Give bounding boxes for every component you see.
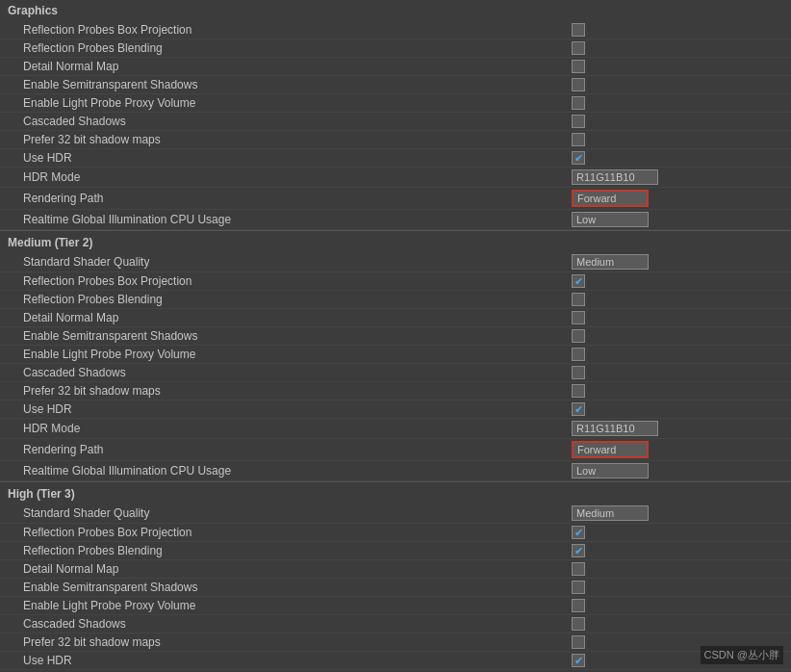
row-high-tier-6: Cascaded Shadows (0, 615, 791, 633)
checkbox-unchecked[interactable] (572, 133, 585, 146)
rendering-path-dropdown[interactable]: Forward (572, 190, 649, 207)
checkbox-unchecked[interactable] (572, 23, 585, 37)
checkbox-unchecked[interactable] (572, 599, 585, 612)
checkbox-unchecked[interactable] (572, 366, 585, 379)
checkbox-checked[interactable]: ✔ (572, 544, 585, 557)
checkbox-unchecked[interactable] (572, 78, 585, 91)
value-graphics-top-6[interactable] (568, 133, 791, 146)
rendering-path-dropdown[interactable]: Forward (572, 441, 649, 458)
checkbox-checked[interactable]: ✔ (572, 526, 585, 539)
row-graphics-top-3: Enable Semitransparent Shadows (0, 76, 791, 94)
checkbox-unchecked[interactable] (572, 115, 585, 128)
checkbox-unchecked[interactable] (572, 384, 585, 398)
label-high-tier-0: Standard Shader Quality (0, 506, 568, 520)
value-medium-tier-10[interactable]: Forward (568, 441, 791, 458)
value-graphics-top-1[interactable] (568, 41, 791, 55)
row-high-tier-5: Enable Light Probe Proxy Volume (0, 597, 791, 615)
value-graphics-top-5[interactable] (568, 115, 791, 128)
checkbox-unchecked[interactable] (572, 329, 585, 343)
value-medium-tier-9[interactable]: R11G11B10 (568, 421, 791, 436)
checkbox-unchecked[interactable] (572, 293, 585, 306)
watermark-label: CSDN @丛小胖 (701, 646, 783, 664)
checkbox-unchecked[interactable] (572, 581, 585, 594)
label-medium-tier-2: Reflection Probes Blending (0, 293, 568, 306)
value-medium-tier-8[interactable]: ✔ (568, 402, 791, 416)
label-graphics-top-2: Detail Normal Map (0, 60, 568, 73)
row-graphics-top-10: Realtime Global Illumination CPU UsageLo… (0, 210, 791, 230)
row-graphics-top-5: Cascaded Shadows (0, 113, 791, 131)
label-medium-tier-7: Prefer 32 bit shadow maps (0, 384, 568, 398)
checkbox-unchecked[interactable] (572, 60, 585, 73)
value-high-tier-0[interactable]: Medium (568, 505, 791, 521)
row-high-tier-1: Reflection Probes Box Projection✔ (0, 524, 791, 542)
label-graphics-top-10: Realtime Global Illumination CPU Usage (0, 213, 568, 226)
row-graphics-top-8: HDR ModeR11G11B10 (0, 168, 791, 188)
value-medium-tier-2[interactable] (568, 293, 791, 306)
row-medium-tier-5: Enable Light Probe Proxy Volume (0, 346, 791, 364)
label-medium-tier-5: Enable Light Probe Proxy Volume (0, 348, 568, 361)
value-medium-tier-3[interactable] (568, 311, 791, 324)
value-high-tier-6[interactable] (568, 617, 791, 631)
label-medium-tier-10: Rendering Path (0, 443, 568, 456)
graphics-panel[interactable]: GraphicsReflection Probes Box Projection… (0, 0, 791, 672)
row-high-tier-2: Reflection Probes Blending✔ (0, 542, 791, 560)
value-graphics-top-9[interactable]: Forward (568, 190, 791, 207)
checkbox-checked[interactable]: ✔ (572, 151, 585, 165)
label-high-tier-8: Use HDR (0, 654, 568, 667)
label-high-tier-4: Enable Semitransparent Shadows (0, 581, 568, 594)
row-graphics-top-6: Prefer 32 bit shadow maps (0, 131, 791, 149)
hdr-mode-value: R11G11B10 (572, 421, 658, 436)
value-medium-tier-4[interactable] (568, 329, 791, 343)
row-high-tier-0: Standard Shader QualityMedium (0, 504, 791, 524)
row-medium-tier-8: Use HDR✔ (0, 401, 791, 419)
label-high-tier-3: Detail Normal Map (0, 562, 568, 576)
value-medium-tier-11[interactable]: Low (568, 463, 791, 478)
checkbox-unchecked[interactable] (572, 562, 585, 576)
dropdown-value[interactable]: Medium (572, 254, 649, 270)
label-graphics-top-1: Reflection Probes Blending (0, 41, 568, 55)
value-medium-tier-5[interactable] (568, 348, 791, 361)
value-medium-tier-1[interactable]: ✔ (568, 274, 791, 288)
value-medium-tier-7[interactable] (568, 384, 791, 398)
value-graphics-top-10[interactable]: Low (568, 212, 791, 227)
row-medium-tier-3: Detail Normal Map (0, 309, 791, 327)
checkbox-unchecked[interactable] (572, 311, 585, 324)
value-medium-tier-6[interactable] (568, 366, 791, 379)
label-high-tier-6: Cascaded Shadows (0, 617, 568, 631)
row-high-tier-3: Detail Normal Map (0, 560, 791, 579)
value-graphics-top-0[interactable] (568, 23, 791, 37)
row-medium-tier-10: Rendering PathForward (0, 439, 791, 461)
section-header-high-tier: High (Tier 3) (0, 481, 791, 504)
row-medium-tier-9: HDR ModeR11G11B10 (0, 419, 791, 439)
label-high-tier-2: Reflection Probes Blending (0, 544, 568, 557)
value-high-tier-5[interactable] (568, 599, 791, 612)
checkbox-checked[interactable]: ✔ (572, 274, 585, 288)
label-medium-tier-11: Realtime Global Illumination CPU Usage (0, 464, 568, 478)
value-high-tier-3[interactable] (568, 562, 791, 576)
dropdown-value[interactable]: Low (572, 463, 649, 478)
checkbox-checked[interactable]: ✔ (572, 402, 585, 416)
value-graphics-top-3[interactable] (568, 78, 791, 91)
checkbox-checked[interactable]: ✔ (572, 654, 585, 667)
value-graphics-top-8[interactable]: R11G11B10 (568, 169, 791, 185)
checkbox-unchecked[interactable] (572, 96, 585, 110)
value-high-tier-2[interactable]: ✔ (568, 544, 791, 557)
checkbox-unchecked[interactable] (572, 635, 585, 649)
dropdown-value[interactable]: Medium (572, 505, 649, 521)
section-header-graphics-top: Graphics (0, 0, 791, 21)
dropdown-value[interactable]: Low (572, 212, 649, 227)
value-graphics-top-2[interactable] (568, 60, 791, 73)
label-medium-tier-9: HDR Mode (0, 422, 568, 435)
value-high-tier-1[interactable]: ✔ (568, 526, 791, 539)
value-high-tier-4[interactable] (568, 581, 791, 594)
value-graphics-top-4[interactable] (568, 96, 791, 110)
row-medium-tier-11: Realtime Global Illumination CPU UsageLo… (0, 461, 791, 481)
value-graphics-top-7[interactable]: ✔ (568, 151, 791, 165)
checkbox-unchecked[interactable] (572, 348, 585, 361)
label-medium-tier-4: Enable Semitransparent Shadows (0, 329, 568, 343)
label-graphics-top-3: Enable Semitransparent Shadows (0, 78, 568, 91)
value-medium-tier-0[interactable]: Medium (568, 254, 791, 270)
label-medium-tier-0: Standard Shader Quality (0, 255, 568, 269)
checkbox-unchecked[interactable] (572, 41, 585, 55)
checkbox-unchecked[interactable] (572, 617, 585, 631)
